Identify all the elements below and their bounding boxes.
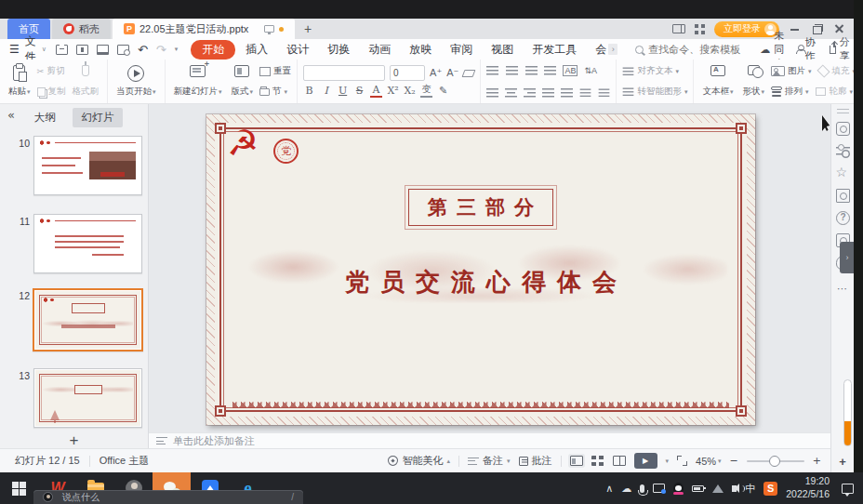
notes-toggle-button[interactable]: 备注 ▾ <box>468 454 511 468</box>
layout-button[interactable]: 版式▾ <box>229 62 257 100</box>
tray-qq-icon[interactable] <box>673 483 684 495</box>
increase-font-icon[interactable]: A⁺ <box>430 67 442 79</box>
new-tab-button[interactable]: + <box>295 19 321 39</box>
bold-button[interactable]: B <box>303 85 315 97</box>
panel-add-icon[interactable]: + <box>831 455 854 469</box>
underline-button[interactable]: U <box>337 85 349 97</box>
tray-clock[interactable]: 19:20 2022/5/16 <box>786 475 830 500</box>
hamburger-icon[interactable]: ☰ <box>9 43 20 56</box>
tray-volume-icon[interactable] <box>732 485 737 492</box>
layers-icon[interactable] <box>836 189 850 203</box>
slide-thumbnail-12-selected[interactable] <box>33 288 143 351</box>
notes-bar[interactable]: 单击此处添加备注 <box>149 432 830 448</box>
arrange-button[interactable]: 排列▾ <box>771 86 809 98</box>
tray-expand-icon[interactable]: ∧ <box>605 483 613 495</box>
tray-ime-indicator[interactable]: 中 <box>745 482 755 496</box>
quickbar-more-icon[interactable]: ▾ <box>175 46 179 53</box>
line-spacing-icon[interactable]: ⇅A <box>584 66 597 75</box>
text-direction-icon[interactable]: AB <box>563 65 578 76</box>
slide-part-label[interactable]: 第三部分 <box>408 189 553 226</box>
paragraph-spacing-icon[interactable] <box>599 89 610 98</box>
copy-button[interactable]: 复制 <box>37 86 66 98</box>
section-button[interactable]: 节 ▾ <box>259 86 291 98</box>
split-view-icon[interactable] <box>672 24 685 33</box>
ribbon-tab-design[interactable]: 设计 <box>278 40 317 60</box>
align-right-icon[interactable] <box>524 88 536 98</box>
chat-input-overlay[interactable]: 说点什么 / <box>33 490 303 504</box>
redo-icon[interactable]: ↷ <box>156 43 166 57</box>
tray-sogou-icon[interactable]: S <box>763 482 777 496</box>
ribbon-tab-insert[interactable]: 插入 <box>237 40 276 60</box>
ribbon-tab-home[interactable]: 开始 <box>191 40 235 60</box>
tray-wifi-icon[interactable] <box>712 484 724 493</box>
normal-view-button[interactable] <box>570 456 583 466</box>
fit-to-window-icon[interactable] <box>677 456 687 466</box>
align-left-icon[interactable] <box>486 88 498 98</box>
print-preview-icon[interactable] <box>117 45 129 55</box>
reset-button[interactable]: 重置 <box>259 65 291 77</box>
rocket-optimize-icon[interactable] <box>836 122 850 136</box>
command-search[interactable] <box>635 44 760 55</box>
notification-center-icon[interactable] <box>842 484 854 494</box>
textbox-button[interactable]: 文本框▾ <box>699 62 736 100</box>
slideshow-play-button[interactable]: ▶ <box>634 453 657 469</box>
zoom-in-button[interactable]: + <box>813 455 821 467</box>
outline-button[interactable]: 轮廓▾ <box>816 86 853 98</box>
text-effect-button[interactable]: 变 <box>420 83 432 98</box>
tab-docer[interactable]: 稻壳 <box>52 19 111 39</box>
italic-button[interactable]: I <box>320 85 332 97</box>
search-input[interactable] <box>648 44 760 55</box>
tab-slides[interactable]: 幻灯片 <box>73 108 124 127</box>
present-monitor-icon[interactable] <box>264 25 274 33</box>
ribbon-tab-view[interactable]: 视图 <box>483 40 522 60</box>
zoom-out-button[interactable]: − <box>730 455 738 467</box>
cut-button[interactable]: ✂ 剪切 <box>37 65 66 77</box>
picture-button[interactable]: 图片▾ <box>771 65 812 77</box>
format-painter-button[interactable]: 格式刷 <box>70 62 102 100</box>
theme-name[interactable]: Office 主题 <box>100 454 150 468</box>
align-center-icon[interactable] <box>505 88 517 98</box>
clear-format-icon[interactable] <box>462 70 476 77</box>
collapse-panel-button[interactable]: « <box>7 108 15 122</box>
tray-mic-icon[interactable] <box>640 484 644 493</box>
reading-view-button[interactable] <box>613 456 626 466</box>
print-icon[interactable] <box>97 45 109 55</box>
font-name-input[interactable] <box>303 65 385 81</box>
ribbon-tab-devtools[interactable]: 开发工具 <box>524 40 585 60</box>
current-slide[interactable]: ☭ 党 第三部分 党员交流心得体会 <box>206 114 755 425</box>
play-options-icon[interactable]: ▾ <box>666 458 670 465</box>
slide-title-text[interactable]: 党员交流心得体会 <box>206 266 755 298</box>
save-icon[interactable] <box>56 45 68 55</box>
new-slide-button[interactable]: 新建幻灯片▾ <box>171 62 225 100</box>
start-button[interactable] <box>0 472 38 504</box>
align-text-button[interactable]: 对齐文本▾ <box>622 65 687 77</box>
tray-cloud-icon[interactable]: ☁ <box>621 483 631 495</box>
numbered-list-icon[interactable] <box>506 66 519 75</box>
font-color-button[interactable]: A <box>370 84 382 98</box>
distribute-icon[interactable] <box>561 88 573 98</box>
panel-expand-tab[interactable]: › <box>840 242 855 273</box>
slide-thumbnail-10[interactable] <box>33 136 142 195</box>
ribbon-tab-transition[interactable]: 切换 <box>319 40 358 60</box>
slide-sorter-view-button[interactable] <box>591 456 604 466</box>
smart-beautify-button[interactable]: 智能美化 ▴ <box>388 454 450 468</box>
add-slide-button[interactable]: + <box>0 431 148 450</box>
subscript-button[interactable]: X₂ <box>404 85 416 97</box>
zoom-slider[interactable] <box>747 460 804 462</box>
font-size-input[interactable] <box>390 65 425 81</box>
apps-grid-icon[interactable] <box>695 24 705 34</box>
increase-indent-icon[interactable] <box>544 66 556 75</box>
play-from-current-button[interactable]: 当页开始▾ <box>113 62 159 100</box>
paste-button[interactable]: 粘贴▾ <box>6 62 33 100</box>
slide-canvas[interactable]: ☭ 党 第三部分 党员交流心得体会 单击此处添加备注 <box>149 104 830 448</box>
slide-thumbnail-11[interactable] <box>33 214 142 273</box>
ribbon-tab-review[interactable]: 审阅 <box>442 40 481 60</box>
superscript-button[interactable]: X² <box>387 85 399 97</box>
undo-icon[interactable]: ↶ <box>138 43 148 57</box>
output-icon[interactable] <box>76 45 88 55</box>
slide-thumbnail-13[interactable] <box>33 368 142 428</box>
panel-drag-handle[interactable] <box>837 109 849 113</box>
tab-document[interactable]: P 22.05主题党日活动.pptx <box>113 19 295 39</box>
strikethrough-button[interactable]: S <box>353 85 365 97</box>
ribbon-tab-slideshow[interactable]: 放映 <box>401 40 440 60</box>
